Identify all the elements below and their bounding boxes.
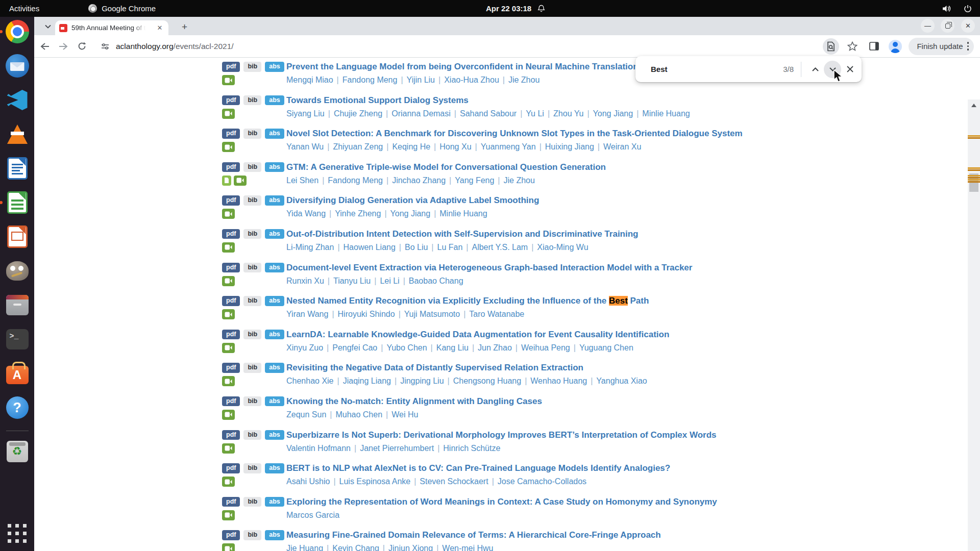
- abs-badge[interactable]: abs: [265, 497, 284, 507]
- author-link[interactable]: Haowen Liang: [344, 243, 396, 252]
- video-icon[interactable]: [222, 142, 235, 152]
- author-link[interactable]: Pengfei Cao: [332, 343, 377, 352]
- bib-badge[interactable]: bib: [243, 330, 261, 340]
- author-link[interactable]: Bo Liu: [405, 243, 428, 252]
- pdf-badge[interactable]: pdf: [222, 296, 240, 306]
- side-panel-button[interactable]: [866, 38, 882, 55]
- pdf-badge[interactable]: pdf: [222, 463, 240, 473]
- author-link[interactable]: Jie Zhou: [504, 176, 535, 185]
- dock-item-libreoffice-calc[interactable]: [5, 190, 30, 215]
- author-link[interactable]: Jun Zhao: [478, 343, 512, 352]
- author-link[interactable]: Chenhao Xie: [286, 377, 334, 385]
- author-link[interactable]: Steven Schockaert: [420, 477, 488, 486]
- bib-badge[interactable]: bib: [243, 530, 261, 540]
- author-link[interactable]: Xinyu Zuo: [286, 343, 323, 352]
- author-link[interactable]: Yanan Wu: [286, 142, 324, 151]
- abs-badge[interactable]: abs: [265, 162, 284, 172]
- menu-kebab-icon[interactable]: [967, 42, 969, 51]
- paper-title-link[interactable]: Superbizarre Is Not Superb: Derivational…: [286, 430, 967, 442]
- author-link[interactable]: Sahand Sabour: [460, 109, 517, 118]
- dock-item-ubuntu-software[interactable]: A: [5, 361, 30, 386]
- dock-item-libreoffice-writer[interactable]: [5, 156, 30, 181]
- author-link[interactable]: Yuanmeng Yan: [481, 142, 536, 151]
- bib-badge[interactable]: bib: [243, 463, 261, 473]
- author-link[interactable]: Minlie Huang: [642, 109, 690, 118]
- author-link[interactable]: Jie Huang: [286, 544, 323, 551]
- video-icon[interactable]: [222, 477, 235, 487]
- pdf-badge[interactable]: pdf: [222, 330, 240, 340]
- abs-badge[interactable]: abs: [265, 463, 284, 473]
- author-link[interactable]: Fandong Meng: [342, 76, 398, 84]
- dock-item-help[interactable]: ?: [5, 395, 30, 420]
- tab-acl-2021[interactable]: 59th Annual Meeting of t ✕: [55, 20, 168, 35]
- dock-item-trash[interactable]: ♻: [5, 439, 30, 464]
- dock-item-gimp[interactable]: [5, 259, 30, 283]
- pdf-badge[interactable]: pdf: [222, 363, 240, 373]
- author-link[interactable]: Yinhe Zheng: [335, 209, 381, 218]
- author-link[interactable]: Janet Pierrehumbert: [360, 444, 434, 453]
- author-link[interactable]: Asahi Ushio: [286, 477, 330, 486]
- video-icon[interactable]: [222, 543, 235, 551]
- bib-badge[interactable]: bib: [243, 129, 261, 139]
- author-link[interactable]: Huixing Jiang: [545, 142, 594, 151]
- tab-search-button[interactable]: [41, 20, 55, 33]
- pdf-badge[interactable]: pdf: [222, 95, 240, 106]
- author-link[interactable]: Zhou Yu: [553, 109, 583, 118]
- scrollbar[interactable]: [968, 99, 980, 551]
- author-link[interactable]: Lei Li: [380, 277, 399, 285]
- author-link[interactable]: Yubo Chen: [386, 343, 427, 352]
- abs-badge[interactable]: abs: [265, 263, 284, 273]
- paper-title-link[interactable]: Exploring the Representation of Word Mea…: [286, 497, 967, 509]
- author-link[interactable]: Yida Wang: [286, 209, 326, 218]
- reload-button[interactable]: [74, 39, 89, 54]
- profile-avatar[interactable]: [887, 38, 903, 55]
- bib-badge[interactable]: bib: [243, 497, 261, 507]
- note-icon[interactable]: [222, 176, 231, 186]
- author-link[interactable]: Hiroyuki Shindo: [338, 310, 395, 318]
- system-tray[interactable]: [942, 5, 980, 13]
- author-link[interactable]: Li-Ming Zhan: [286, 243, 334, 252]
- window-minimize-button[interactable]: —: [921, 19, 935, 33]
- author-link[interactable]: Wen-mei Hwu: [442, 544, 493, 551]
- paper-title-link[interactable]: Nested Named Entity Recognition via Expl…: [286, 296, 967, 308]
- video-icon[interactable]: [222, 410, 235, 420]
- tab-close-icon[interactable]: ✕: [155, 23, 164, 33]
- paper-title-link[interactable]: Towards Emotional Support Dialog Systems: [286, 95, 967, 108]
- paper-title-link[interactable]: Novel Slot Detection: A Benchmark for Di…: [286, 129, 967, 141]
- video-icon[interactable]: [222, 276, 235, 286]
- paper-title-link[interactable]: GTM: A Generative Triple-wise Model for …: [286, 162, 967, 174]
- author-link[interactable]: Weihua Peng: [521, 343, 570, 352]
- author-link[interactable]: Hong Xu: [439, 142, 471, 151]
- clock-menu[interactable]: Apr 22 03:18: [486, 4, 545, 13]
- author-link[interactable]: Jose Camacho-Collados: [498, 477, 586, 486]
- pdf-badge[interactable]: pdf: [222, 497, 240, 507]
- video-icon[interactable]: [222, 242, 235, 253]
- author-link[interactable]: Yijin Liu: [407, 76, 435, 84]
- paper-title-link[interactable]: Diversifying Dialog Generation via Adapt…: [286, 195, 967, 208]
- focused-app-indicator[interactable]: Google Chrome: [88, 4, 156, 13]
- pdf-badge[interactable]: pdf: [222, 229, 240, 239]
- author-link[interactable]: Valentin Hofmann: [286, 444, 351, 453]
- author-link[interactable]: Runxin Xu: [286, 277, 324, 285]
- author-link[interactable]: Kang Liu: [436, 343, 469, 352]
- author-link[interactable]: Xiao-Hua Zhou: [444, 76, 499, 84]
- video-icon[interactable]: [222, 209, 235, 219]
- window-maximize-button[interactable]: [941, 19, 954, 33]
- dock-item-files[interactable]: [5, 293, 30, 317]
- paper-title-link[interactable]: Prevent the Language Model from being Ov…: [286, 62, 967, 74]
- video-icon[interactable]: [222, 343, 235, 353]
- bib-badge[interactable]: bib: [243, 430, 261, 440]
- author-link[interactable]: Chengsong Huang: [453, 377, 521, 385]
- dock-item-thunderbird[interactable]: [5, 54, 30, 78]
- author-link[interactable]: Tianyu Liu: [333, 277, 371, 285]
- back-button[interactable]: [37, 39, 53, 54]
- bib-badge[interactable]: bib: [243, 62, 261, 72]
- author-link[interactable]: Wenhao Huang: [530, 377, 587, 385]
- author-link[interactable]: Jinjun Xiong: [388, 544, 433, 551]
- abs-badge[interactable]: abs: [265, 363, 284, 373]
- author-link[interactable]: Weiran Xu: [603, 142, 641, 151]
- abs-badge[interactable]: abs: [265, 430, 284, 440]
- author-link[interactable]: Baobao Chang: [409, 277, 463, 285]
- finish-update-button[interactable]: Finish update: [909, 38, 974, 55]
- paper-title-link[interactable]: Revisiting the Negative Data of Distantl…: [286, 363, 967, 375]
